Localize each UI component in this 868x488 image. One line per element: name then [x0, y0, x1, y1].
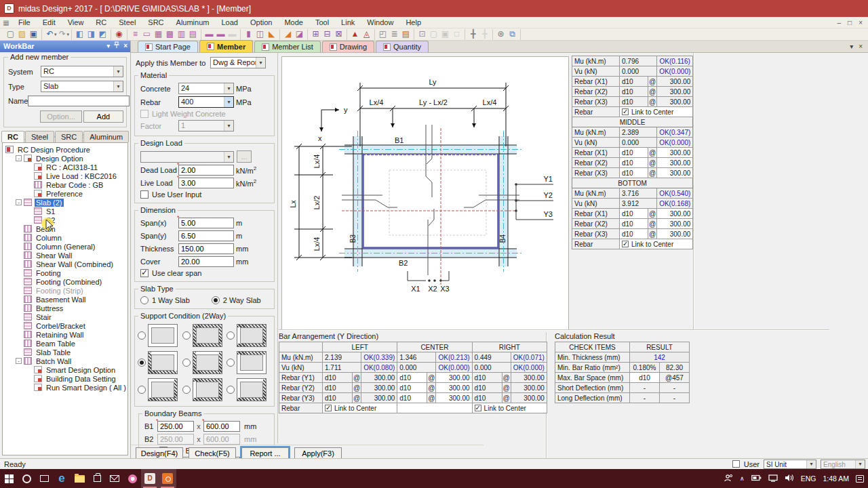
minimize-button[interactable]: –: [837, 19, 842, 26]
people-icon[interactable]: [724, 474, 733, 484]
rebar-size-cell[interactable]: d10: [620, 219, 648, 229]
footing-combined-icon[interactable]: ▬: [215, 29, 226, 40]
battery-icon[interactable]: [751, 474, 762, 483]
tab-drawing[interactable]: Drawing: [322, 41, 374, 52]
horizontal-splitter[interactable]: [279, 329, 829, 331]
add-button[interactable]: Add: [83, 110, 123, 123]
align-edge-icon[interactable]: ╋: [479, 29, 490, 40]
tab-member[interactable]: Member: [199, 40, 253, 52]
tree-item-corbel-bracket[interactable]: Corbel/Bracket: [3, 321, 127, 330]
two-way-radio[interactable]: [212, 296, 220, 304]
support-condition-option-1[interactable]: [138, 324, 182, 347]
slab-table-icon[interactable]: ⊟: [321, 29, 333, 40]
workbar-tab-steel[interactable]: Steel: [25, 131, 54, 142]
open-folder-icon[interactable]: ▨: [16, 29, 28, 40]
view-front-icon[interactable]: ⊡: [416, 29, 428, 40]
menu-mode[interactable]: Mode: [278, 18, 309, 27]
tree-expand-icon[interactable]: -: [16, 155, 22, 161]
tree-item-rc-design-procedure[interactable]: RC Design Procedure: [3, 145, 127, 154]
stair-icon[interactable]: ◢: [282, 29, 294, 40]
buttress-icon[interactable]: ◫: [254, 29, 266, 40]
batch-wall-icon[interactable]: ⊠: [333, 29, 344, 40]
user-input-checkbox[interactable]: [140, 190, 149, 199]
tree-expand-icon[interactable]: -: [16, 358, 22, 364]
live-load-input[interactable]: [178, 178, 234, 188]
shear-wall-combined-icon[interactable]: ▤: [187, 29, 199, 40]
drawing-view-icon[interactable]: ◩: [97, 29, 108, 40]
pink-app-taskbar-icon[interactable]: [123, 469, 141, 488]
close-button[interactable]: ×: [859, 19, 863, 26]
rebar-spacing-cell[interactable]: 300.00: [436, 383, 472, 393]
calc-result-1[interactable]: d10: [630, 373, 660, 383]
tree-item-rc-aci318-11[interactable]: RC : ACI318-11: [3, 163, 127, 171]
tree-item-beam-table[interactable]: Beam Table: [3, 339, 127, 348]
shear-wall-icon[interactable]: ▥: [176, 29, 187, 40]
slab-icon[interactable]: ≡: [130, 29, 141, 40]
rebar-spacing-cell[interactable]: 300.00: [436, 393, 472, 403]
column-icon[interactable]: ▦: [153, 29, 164, 40]
tree-item-rebar-code-gb[interactable]: Rebar Code : GB: [3, 180, 127, 189]
input-language[interactable]: ENG: [801, 474, 816, 483]
rebar-spacing-cell[interactable]: 300.00: [657, 209, 693, 219]
spany-input[interactable]: [178, 230, 234, 241]
menu-window[interactable]: Window: [361, 18, 399, 27]
tree-item-shear-wall[interactable]: Shear Wall: [3, 251, 127, 260]
tray-expand-icon[interactable]: ∧: [740, 475, 745, 482]
list-view-icon[interactable]: ≣: [389, 29, 400, 40]
tree-item-batch-wall[interactable]: -Batch Wall: [3, 357, 127, 365]
task-view-taskbar-icon[interactable]: [35, 469, 53, 488]
tree-item-stair[interactable]: Stair: [3, 312, 127, 321]
menu-load[interactable]: Load: [215, 18, 243, 27]
menu-view[interactable]: View: [62, 18, 90, 27]
language-select[interactable]: English▾: [821, 460, 865, 469]
rebar-spacing-cell[interactable]: 300.00: [657, 168, 693, 178]
tree-item-footing-strip[interactable]: Footing (Strip): [3, 286, 127, 295]
support-radio[interactable]: [182, 359, 191, 367]
menu-src[interactable]: SRC: [142, 18, 170, 27]
support-radio[interactable]: [226, 331, 235, 340]
action-center-icon[interactable]: [856, 475, 864, 483]
link-to-center-checkbox[interactable]: [622, 108, 629, 115]
member-design-icon[interactable]: ▲: [349, 29, 361, 40]
link-to-center-checkbox[interactable]: [475, 405, 481, 411]
support-condition-option-9[interactable]: [226, 378, 271, 401]
rebar-spacing-cell[interactable]: 300.00: [657, 219, 693, 229]
tree-item-smart-design-option[interactable]: Smart Design Option: [3, 365, 127, 374]
name-input[interactable]: [28, 96, 130, 106]
tree-item-run-smart-design-all[interactable]: Run Smart Design ( All ): [3, 383, 127, 392]
tree-item-shear-wall-combined[interactable]: Shear Wall (Combined): [3, 260, 127, 268]
concrete-select[interactable]: 24▾: [178, 83, 234, 94]
tree-item-s1[interactable]: S1: [3, 207, 127, 216]
tree-item-buttress[interactable]: Buttress: [3, 304, 127, 312]
beam-table-icon[interactable]: ⊞: [310, 29, 321, 40]
rebar-spacing-cell[interactable]: 300.00: [657, 158, 693, 168]
corbel-bracket-icon[interactable]: ◣: [266, 29, 277, 40]
workbar-view-icon[interactable]: ◧: [74, 29, 85, 40]
unit-select[interactable]: SI Unit▾: [764, 460, 816, 469]
menu-link[interactable]: Link: [335, 18, 361, 27]
tree-item-s2[interactable]: S2: [3, 216, 127, 224]
rebar-size-cell[interactable]: d10: [397, 393, 427, 403]
support-radio[interactable]: [226, 359, 235, 367]
view-iso-icon[interactable]: ▣: [439, 29, 451, 40]
save-icon[interactable]: ▣: [28, 29, 39, 40]
support-condition-option-8[interactable]: [182, 378, 227, 401]
store-taskbar-icon[interactable]: [88, 469, 106, 488]
workbar-tab-src[interactable]: SRC: [55, 131, 83, 142]
workbar-close-icon[interactable]: ×: [123, 42, 127, 49]
tree-item-footing-combined[interactable]: Footing (Combined): [3, 277, 127, 286]
tab-scroll-icon[interactable]: ▾: [850, 43, 853, 50]
menu-steel[interactable]: Steel: [113, 18, 142, 27]
support-radio[interactable]: [226, 386, 235, 394]
support-radio[interactable]: [138, 331, 146, 340]
tab-member-list[interactable]: Member List: [254, 41, 321, 52]
tree-item-slab-table[interactable]: Slab Table: [3, 348, 127, 357]
edge-taskbar-icon[interactable]: e: [53, 469, 71, 488]
support-radio[interactable]: [138, 359, 146, 367]
workbar-tab-aluminum[interactable]: Aluminum: [83, 131, 129, 142]
support-condition-option-6[interactable]: [226, 351, 271, 374]
tree-item-column[interactable]: Column: [3, 233, 127, 242]
rebar-size-cell[interactable]: d10: [620, 158, 648, 168]
support-condition-option-3[interactable]: [226, 324, 271, 347]
tab-close-icon[interactable]: ×: [859, 43, 863, 50]
